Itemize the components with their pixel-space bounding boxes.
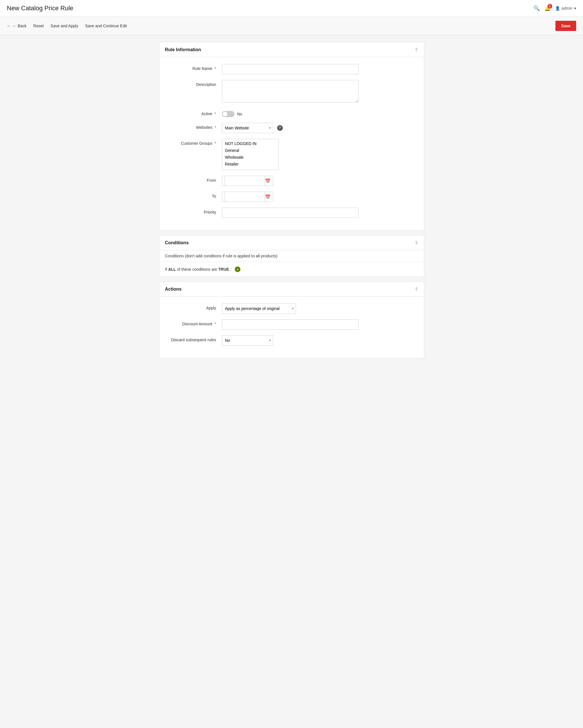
condition-mid: of these conditions are (177, 267, 218, 271)
discount-amount-control (222, 319, 358, 330)
from-row: From 📅 (165, 176, 418, 186)
apply-select-wrap: Apply as percentage of original Apply as… (222, 304, 296, 314)
customer-groups-control: NOT LOGGED IN General Wholesale Retailer (222, 139, 358, 170)
discount-amount-row: Discount Amount * (165, 319, 418, 330)
websites-control: Main Website ▾ ? (222, 123, 358, 133)
to-row: To 📅 (165, 192, 418, 202)
chevron-down-icon: ▾ (574, 6, 576, 10)
to-control: 📅 (222, 192, 358, 202)
active-toggle[interactable] (222, 111, 234, 117)
to-label: To (165, 192, 222, 199)
actions-title: Actions (165, 287, 182, 292)
active-value: No (237, 112, 243, 116)
description-control (222, 80, 358, 104)
top-header: New Catalog Price Rule 🔍 🔔 6 👤 admin ▾ (0, 0, 583, 17)
save-button[interactable]: Save (555, 21, 576, 31)
from-label: From (165, 176, 222, 183)
header-right: 🔍 🔔 6 👤 admin ▾ (533, 5, 576, 11)
customer-groups-select[interactable]: NOT LOGGED IN General Wholesale Retailer (222, 139, 279, 170)
rule-name-required: * (214, 66, 216, 71)
notification-button[interactable]: 🔔 6 (544, 5, 551, 11)
conditions-section: Conditions ⇧ Conditions (don't add condi… (159, 235, 424, 277)
active-control: No (222, 109, 358, 117)
admin-label: admin (562, 6, 573, 10)
from-date-input[interactable] (225, 176, 265, 186)
back-icon: ← (7, 24, 11, 28)
discount-amount-input[interactable] (222, 319, 358, 330)
apply-select[interactable]: Apply as percentage of original Apply as… (222, 304, 296, 314)
user-icon: 👤 (555, 6, 560, 10)
search-icon: 🔍 (533, 5, 540, 11)
description-input[interactable] (222, 80, 358, 103)
main-content: Rule Information ⇧ Rule Name * Descripti… (152, 35, 431, 370)
websites-help-icon[interactable]: ? (277, 125, 283, 131)
conditions-collapse-icon: ⇧ (414, 240, 418, 245)
save-apply-button[interactable]: Save and Apply (51, 24, 78, 28)
actions-section: Actions ⇧ Apply Apply as percentage of o… (159, 282, 424, 358)
discard-label: Discard subsequent rules (165, 335, 222, 342)
conditions-title: Conditions (165, 240, 189, 245)
discard-select[interactable]: No Yes (222, 335, 273, 345)
websites-label: Websites * (165, 123, 222, 130)
page-title: New Catalog Price Rule (7, 4, 73, 12)
notification-badge: 6 (548, 4, 552, 8)
rule-information-section: Rule Information ⇧ Rule Name * Descripti… (159, 42, 424, 231)
condition-all: ALL (168, 267, 176, 271)
websites-row: Websites * Main Website ▾ ? (165, 123, 418, 133)
customer-groups-row: Customer Groups * NOT LOGGED IN General … (165, 139, 418, 170)
to-date-wrap: 📅 (222, 192, 273, 202)
add-condition-button[interactable]: + (235, 266, 240, 272)
rule-information-header[interactable]: Rule Information ⇧ (159, 42, 424, 57)
websites-select-wrap: Main Website ▾ (222, 123, 273, 133)
condition-prefix: If (165, 267, 167, 271)
discard-control: No Yes ▾ (222, 335, 358, 345)
apply-label: Apply (165, 304, 222, 310)
discount-amount-label: Discount Amount * (165, 319, 222, 326)
customer-groups-label: Customer Groups * (165, 139, 222, 146)
rule-name-input[interactable] (222, 64, 358, 74)
active-toggle-wrap: No (222, 109, 358, 117)
priority-row: Priority (165, 208, 418, 218)
rule-information-title: Rule Information (165, 47, 201, 52)
active-label: Active * (165, 109, 222, 116)
from-control: 📅 (222, 176, 358, 186)
admin-user-menu[interactable]: 👤 admin ▾ (555, 6, 576, 10)
conditions-info: Conditions (don't add conditions if rule… (159, 250, 424, 262)
rule-name-label: Rule Name * (165, 64, 222, 71)
search-button[interactable]: 🔍 (533, 5, 540, 11)
priority-label: Priority (165, 208, 222, 214)
apply-row: Apply Apply as percentage of original Ap… (165, 304, 418, 314)
conditions-header[interactable]: Conditions ⇧ (159, 235, 424, 250)
reset-button[interactable]: Reset (33, 24, 44, 28)
rule-information-body: Rule Name * Description Active * (159, 57, 424, 230)
priority-input[interactable] (222, 208, 358, 218)
discard-select-wrap: No Yes ▾ (222, 335, 273, 345)
apply-control: Apply as percentage of original Apply as… (222, 304, 358, 314)
discard-row: Discard subsequent rules No Yes ▾ (165, 335, 418, 345)
back-label: ← Back (12, 24, 26, 28)
to-date-input[interactable] (225, 192, 265, 202)
active-row: Active * No (165, 109, 418, 117)
actions-body: Apply Apply as percentage of original Ap… (159, 296, 424, 358)
save-continue-button[interactable]: Save and Continue Edit (85, 24, 127, 28)
description-label: Description (165, 80, 222, 87)
back-button[interactable]: ← ← Back (7, 24, 26, 28)
condition-colon: : (230, 267, 231, 271)
description-row: Description (165, 80, 418, 104)
rule-name-control (222, 64, 358, 74)
from-date-wrap: 📅 (222, 176, 273, 186)
condition-true: TRUE (218, 267, 229, 271)
websites-select[interactable]: Main Website (222, 123, 273, 133)
calendar-icon-to[interactable]: 📅 (265, 194, 271, 200)
calendar-icon[interactable]: 📅 (265, 178, 271, 184)
priority-control (222, 208, 358, 218)
rule-name-row: Rule Name * (165, 64, 418, 74)
actions-header[interactable]: Actions ⇧ (159, 282, 424, 296)
condition-text: If ALL of these conditions are TRUE : + (159, 262, 424, 277)
action-bar: ← ← Back Reset Save and Apply Save and C… (0, 17, 583, 35)
actions-collapse-icon: ⇧ (414, 286, 418, 292)
collapse-icon: ⇧ (414, 47, 418, 52)
